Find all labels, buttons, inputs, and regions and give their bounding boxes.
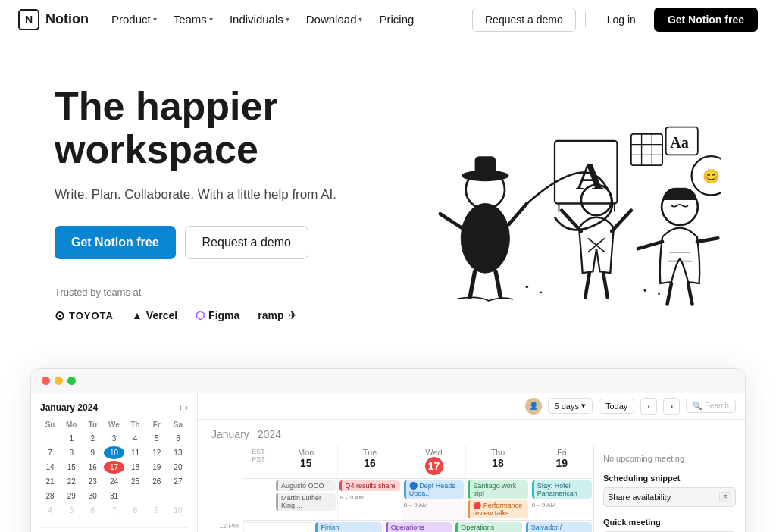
event-mlk[interactable]: Martin Luther King ... bbox=[276, 493, 336, 511]
event-augusto-ooo[interactable]: Augusto OOO bbox=[276, 480, 336, 491]
chevron-down-icon: ▾ bbox=[286, 15, 289, 23]
mini-day[interactable]: 15 bbox=[61, 461, 81, 474]
cal-day-headers: ESTPST Mon15 Tue16 Wed17 Thu18 bbox=[243, 445, 593, 479]
figma-icon: ⬡ bbox=[196, 309, 205, 321]
nav-download[interactable]: Download ▾ bbox=[299, 8, 371, 30]
mini-day[interactable]: 12 bbox=[147, 446, 167, 459]
request-demo-button-hero[interactable]: Request a demo bbox=[185, 226, 308, 259]
nav-pricing[interactable]: Pricing bbox=[371, 8, 421, 30]
cal-col-tue: Finish performance ... Operations Resear… bbox=[313, 521, 383, 532]
event-salvador[interactable]: Salvador / Stephan...9 – 9:45 AM bbox=[526, 522, 592, 532]
mini-day[interactable]: 9 bbox=[83, 446, 102, 459]
mini-day[interactable]: 22 bbox=[61, 475, 81, 488]
mini-day-17-today[interactable]: 17 bbox=[104, 461, 124, 474]
mini-day[interactable] bbox=[40, 432, 60, 445]
mini-day[interactable]: 21 bbox=[40, 475, 60, 488]
logo[interactable]: N Notion bbox=[18, 9, 89, 30]
mini-day[interactable]: 27 bbox=[168, 475, 188, 488]
event-santiago[interactable]: Santiago work trip! bbox=[468, 480, 527, 499]
cal-top-bar: 👤 5 days ▾ Today ‹ › 🔍 Search bbox=[198, 393, 745, 420]
svg-line-15 bbox=[585, 274, 590, 298]
svg-point-38 bbox=[643, 289, 646, 293]
svg-text:😊: 😊 bbox=[702, 169, 720, 186]
mini-day[interactable]: 20 bbox=[168, 461, 188, 474]
mini-day[interactable] bbox=[147, 490, 167, 502]
mini-day[interactable]: 1 bbox=[61, 432, 81, 445]
mini-day[interactable]: 9 bbox=[147, 504, 167, 517]
event-perf-review[interactable]: 🔴 Performance review talks bbox=[468, 500, 527, 518]
mini-day[interactable]: 30 bbox=[83, 490, 102, 502]
mini-cal-prev[interactable]: ‹ bbox=[179, 402, 182, 413]
mini-day[interactable]: 8 bbox=[126, 504, 146, 517]
event-dept-heads[interactable]: 🔵 Dept Heads Upda... bbox=[404, 480, 464, 499]
calendar-search[interactable]: 🔍 Search bbox=[686, 399, 736, 413]
mini-day[interactable]: 5 bbox=[61, 504, 81, 517]
mini-day-10[interactable]: 10 bbox=[104, 446, 124, 459]
cal-prev-button[interactable]: ‹ bbox=[640, 398, 657, 415]
event-ops-research-thu[interactable]: Operations Research ·Liam / Stephanie we… bbox=[455, 522, 521, 532]
mini-cal-header: January 2024 ‹ › bbox=[40, 402, 188, 413]
cal-col-wed: Operations · 🔵 Post-Launc...9 – 10 AM To… bbox=[383, 521, 453, 532]
nav-teams[interactable]: Teams ▾ bbox=[166, 8, 221, 30]
mini-day[interactable]: 28 bbox=[40, 490, 60, 502]
mini-day[interactable]: 2 bbox=[83, 432, 102, 445]
user-section: stephanie@toolsforthoug... Work Data Sci… bbox=[40, 527, 188, 532]
nav-individuals[interactable]: Individuals ▾ bbox=[222, 8, 297, 30]
svg-line-6 bbox=[470, 272, 474, 298]
tz-header: ESTPST bbox=[243, 445, 274, 478]
mini-day[interactable]: 18 bbox=[126, 461, 146, 474]
mini-day[interactable]: 5 bbox=[147, 432, 167, 445]
event-operations-wed[interactable]: Operations · bbox=[386, 522, 452, 532]
quick-meeting-section: Quick meeting 👤 Meet with... F bbox=[603, 518, 736, 532]
login-button[interactable]: Log in bbox=[595, 8, 648, 31]
event-finish-perf[interactable]: Finish performance ... bbox=[315, 522, 381, 532]
hero-section: The happier workspace Write. Plan. Colla… bbox=[0, 39, 776, 353]
mini-day[interactable]: 4 bbox=[40, 504, 60, 517]
days-view-button[interactable]: 5 days ▾ bbox=[548, 398, 593, 414]
get-notion-free-button-header[interactable]: Get Notion free bbox=[654, 8, 758, 32]
mini-day[interactable]: 25 bbox=[126, 475, 146, 488]
mini-day[interactable]: 13 bbox=[168, 446, 188, 459]
mini-day[interactable] bbox=[126, 490, 146, 502]
mini-day[interactable]: 16 bbox=[83, 461, 102, 474]
allday-fri-time: 8 – 9 AM bbox=[532, 500, 592, 510]
mini-day[interactable]: 26 bbox=[147, 475, 167, 488]
cal-next-button[interactable]: › bbox=[663, 398, 680, 415]
cal-content: ESTPST Mon15 Tue16 Wed17 Thu18 bbox=[198, 445, 745, 532]
mini-day[interactable]: 14 bbox=[40, 461, 60, 474]
mini-day[interactable]: 24 bbox=[104, 475, 124, 488]
allday-wed: 🔵 Dept Heads Upda... 8 – 9 AM bbox=[402, 479, 465, 520]
today-button[interactable]: Today bbox=[599, 399, 634, 414]
figure-right: 😊 Aa bbox=[631, 127, 721, 305]
mini-day[interactable]: 23 bbox=[83, 475, 102, 488]
mini-day[interactable]: 6 bbox=[83, 504, 102, 517]
mini-day[interactable] bbox=[168, 490, 188, 502]
window-minimize-dot bbox=[55, 377, 63, 385]
mini-day[interactable]: 6 bbox=[168, 432, 188, 445]
mini-cal-next[interactable]: › bbox=[185, 402, 188, 413]
mini-day[interactable]: 7 bbox=[40, 446, 60, 459]
mini-day[interactable]: 4 bbox=[126, 432, 146, 445]
mini-day[interactable]: 10 bbox=[168, 504, 188, 517]
share-availability-button[interactable]: Share availability S bbox=[603, 487, 736, 507]
get-notion-free-button-hero[interactable]: Get Notion free bbox=[55, 226, 176, 259]
header-left: N Notion Product ▾ Teams ▾ Individuals ▾… bbox=[18, 8, 421, 30]
brand-logos: ⊙ TOYOTA ▲ Vercel ⬡ Figma ramp ✈ bbox=[55, 308, 355, 323]
cal-day-header-fri19: Fri19 bbox=[530, 445, 593, 478]
all-day-row: Augusto OOO Martin Luther King ... Q4 re… bbox=[243, 479, 593, 521]
event-hotel[interactable]: Stay: Hotel Panamerican bbox=[532, 480, 592, 499]
share-availability-label: Share availability bbox=[608, 493, 671, 502]
mini-day[interactable]: 3 bbox=[104, 432, 124, 445]
mini-day[interactable]: 8 bbox=[61, 446, 81, 459]
time-label-12pm: 12 PM bbox=[198, 522, 239, 530]
mini-day[interactable]: 29 bbox=[61, 490, 81, 502]
mini-day[interactable]: 7 bbox=[104, 504, 124, 517]
nav-product[interactable]: Product ▾ bbox=[104, 8, 164, 30]
event-q4-results[interactable]: Q4 results share bbox=[340, 480, 399, 491]
calendar-inner: January 2024 ‹ › Su Mo Tu We Th Fr Sa bbox=[31, 393, 745, 532]
request-demo-button[interactable]: Request a demo bbox=[472, 8, 576, 32]
scheduling-section: Scheduling snippet Share availability S bbox=[603, 474, 736, 507]
mini-day[interactable]: 11 bbox=[126, 446, 146, 459]
mini-day[interactable]: 31 bbox=[104, 490, 124, 502]
mini-day[interactable]: 19 bbox=[147, 461, 167, 474]
